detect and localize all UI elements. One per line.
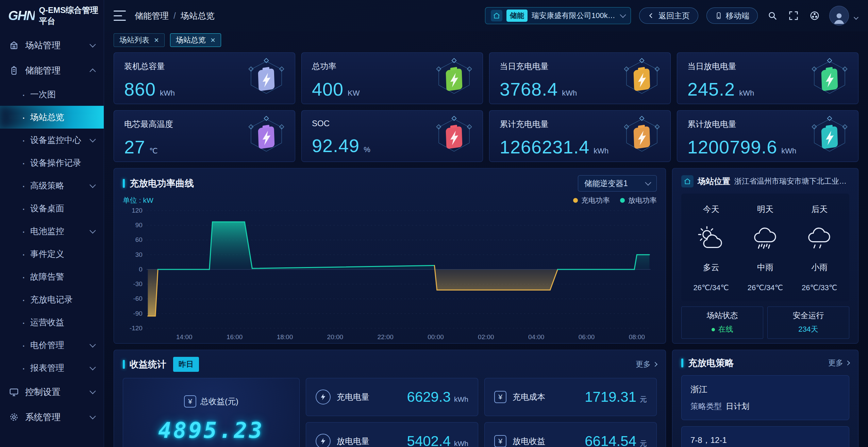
sidebar-item-device-desktop[interactable]: 设备桌面: [0, 197, 104, 220]
stat-unit: kWh: [781, 147, 796, 155]
sidebar-item-price-management[interactable]: 电价管理: [0, 334, 104, 357]
svg-text:20:00: 20:00: [327, 333, 343, 341]
sidebar-item-label: 设备操作记录: [30, 157, 81, 168]
bolt-icon: [316, 390, 331, 404]
user-avatar[interactable]: [829, 6, 849, 26]
close-icon[interactable]: ×: [154, 36, 159, 44]
sidebar-item-storage-management[interactable]: 储能管理: [0, 58, 104, 83]
svg-text:06:00: 06:00: [579, 333, 595, 341]
sidebar-item-fault-alarm[interactable]: 故障告警: [0, 265, 104, 288]
weather-temp: 26℃/34℃: [748, 283, 783, 292]
sidebar-item-label: 控制设置: [25, 386, 84, 398]
station-type-badge: 储能: [506, 10, 528, 22]
stat-card-daily-discharge: 当日放电电量 245.2kWh: [677, 52, 858, 104]
tab-label: 场站列表: [119, 35, 149, 45]
strategy-card-region[interactable]: 浙江 策略类型 日计划: [681, 375, 849, 420]
svg-text:-120: -120: [130, 325, 143, 332]
stat-value: 400: [312, 79, 344, 100]
sidebar-item-device-monitoring-center[interactable]: 设备监控中心: [0, 129, 104, 151]
yesterday-chip[interactable]: 昨日: [173, 357, 199, 372]
app-title: Q-EMS综合管理平台: [39, 5, 104, 27]
status-label: 场站状态: [682, 310, 763, 321]
total-revenue-label: 总收益(元): [200, 396, 238, 407]
total-revenue-card: ¥ 总收益(元) 4895.23: [123, 378, 300, 447]
sidebar-item-label: 设备监控中心: [30, 134, 81, 146]
app-screen: GHN Q-EMS综合管理平台 场站管理 储能管理 一次图: [0, 0, 868, 447]
station-info-panel: 场站位置 浙江省温州市瑞安市塘下北工业园区凤都… 今天 多云: [672, 168, 858, 344]
sidebar-item-label: 充放电记录: [30, 294, 73, 305]
weather-condition: 多云: [703, 262, 719, 273]
sidebar-item-control-settings[interactable]: 控制设置: [0, 379, 104, 404]
sidebar-item-system-management[interactable]: 系统管理: [0, 404, 104, 430]
battery-3d-icon: [245, 57, 287, 100]
sidebar-item-device-operation-log[interactable]: 设备操作记录: [0, 151, 104, 174]
collapse-menu-icon[interactable]: [114, 11, 126, 21]
total-revenue-value: 4895.23: [158, 418, 264, 443]
fullscreen-icon[interactable]: [787, 9, 800, 22]
chevron-right-icon: [845, 361, 850, 365]
svg-text:14:00: 14:00: [176, 333, 192, 341]
battery-3d-icon: [245, 115, 287, 158]
location-address: 浙江省温州市瑞安市塘下北工业园区凤都…: [734, 176, 849, 186]
sidebar-item-event-definition[interactable]: 事件定义: [0, 243, 104, 265]
revenue-card-value: 6614.54: [585, 433, 636, 447]
stat-unit: %: [364, 145, 370, 154]
legend-label: 充电功率: [581, 196, 610, 205]
location-label: 场站位置: [698, 176, 730, 187]
station-selector-value: 瑞安康盛有限公司100kW储能: [532, 11, 617, 21]
chevron-down-icon[interactable]: [854, 15, 858, 20]
strategy-more-link[interactable]: 更多: [828, 358, 849, 368]
legend-discharge-power[interactable]: 放电功率: [620, 196, 657, 205]
weather-condition: 中雨: [757, 262, 773, 273]
revenue-panel: 收益统计 昨日 更多 ¥ 总收益(元): [114, 350, 666, 447]
mobile-button[interactable]: 移动端: [706, 7, 758, 24]
sidebar-item-label: 设备桌面: [30, 203, 64, 214]
station-selector[interactable]: 储能 瑞安康盛有限公司100kW储能: [485, 7, 631, 24]
sidebar-item-label: 电池监控: [30, 226, 64, 237]
brand-logo: GHN: [8, 9, 35, 23]
revenue-more-link[interactable]: 更多: [636, 359, 657, 369]
close-icon[interactable]: ×: [211, 36, 215, 44]
svg-text:-60: -60: [133, 295, 143, 302]
breadcrumb-section[interactable]: 储能管理: [135, 10, 169, 21]
title-accent-bar: [681, 359, 683, 367]
strategy-type-value: 日计划: [726, 401, 749, 412]
stat-unit: kWh: [160, 89, 175, 98]
sidebar-item-battery-monitoring[interactable]: 电池监控: [0, 220, 104, 243]
sidebar-item-station-management[interactable]: 场站管理: [0, 33, 104, 58]
sidebar-item-charge-discharge-log[interactable]: 充放电记录: [0, 288, 104, 311]
svg-text:90: 90: [135, 221, 143, 229]
charge-energy-card: 充电电量 6629.3kWh: [306, 378, 478, 416]
strategy-card-schedule[interactable]: 7-8，12-1: [681, 426, 849, 447]
safety-days-value: 234天: [768, 324, 849, 334]
tab-station-overview[interactable]: 场站总览 ×: [170, 33, 221, 47]
sidebar-item-label: 运营收益: [30, 317, 64, 328]
svg-text:-30: -30: [133, 280, 143, 287]
search-icon[interactable]: [766, 9, 779, 22]
chevron-down-icon: [645, 179, 651, 185]
back-home-button[interactable]: 返回主页: [639, 7, 698, 24]
stat-value: 245.2: [687, 79, 735, 100]
revenue-card-unit: kWh: [454, 440, 468, 447]
sidebar-item-station-overview[interactable]: 场站总览: [0, 106, 104, 129]
sidebar-item-operation-revenue[interactable]: 运营收益: [0, 311, 104, 334]
revenue-card-label: 放电电量: [337, 436, 369, 447]
tab-station-list[interactable]: 场站列表 ×: [114, 33, 165, 47]
sidebar-item-label: 系统管理: [25, 411, 84, 423]
inverter-select[interactable]: 储能逆变器1: [578, 175, 657, 192]
station-status-row: 场站状态 在线 安全运行 234天: [681, 307, 849, 339]
stat-unit: KW: [348, 89, 360, 98]
stat-card-soc: SOC 92.49%: [301, 110, 483, 162]
total-revenue-label-row: ¥ 总收益(元): [184, 395, 238, 408]
svg-text:02:00: 02:00: [478, 333, 494, 341]
stat-card-max-cell-temp: 电芯最高温度 27℃: [114, 110, 295, 162]
bottom-row: 收益统计 昨日 更多 ¥ 总收益(元): [114, 350, 858, 447]
app-switcher-icon[interactable]: [808, 9, 821, 22]
legend-charge-power[interactable]: 充电功率: [573, 196, 610, 205]
strategy-panel: 充放电策略 更多 浙江 策略类型 日计划: [672, 350, 858, 447]
sidebar-item-report-management[interactable]: 报表管理: [0, 357, 104, 379]
sidebar-item-primary-diagram[interactable]: 一次图: [0, 83, 104, 106]
sidebar-item-advanced-strategy[interactable]: 高级策略: [0, 174, 104, 197]
legend-dot: [573, 198, 578, 203]
sidebar-item-label: 高级策略: [30, 180, 64, 191]
